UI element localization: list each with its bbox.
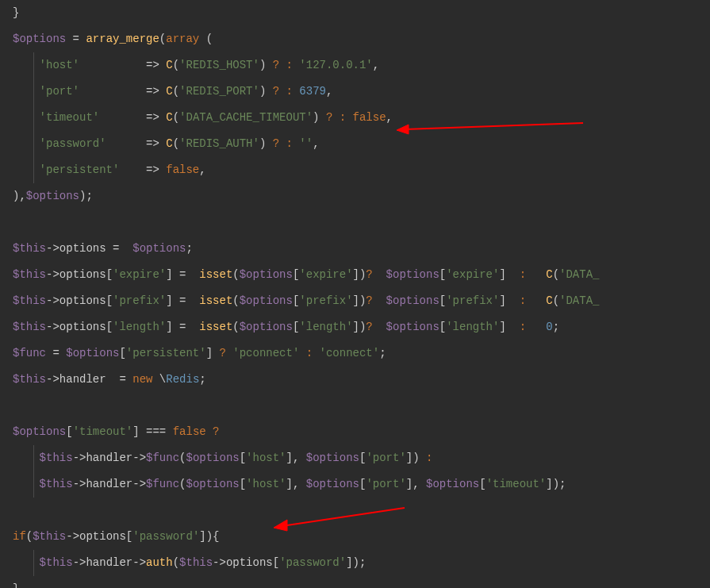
function: auth [146, 553, 173, 573]
code-line: 'host' => C('REDIS_HOST') ? : '127.0.0.1… [13, 52, 697, 79]
code-line: $func = $options['persistent'] ? 'pconne… [13, 340, 697, 367]
code-line: $this->options['prefix'] = isset($option… [13, 288, 697, 314]
paren: ( [199, 29, 213, 49]
code-line: $this->options['expire'] = isset($option… [13, 262, 697, 288]
code-line: $this->options['length'] = isset($option… [13, 314, 697, 340]
code-line: } [13, 0, 697, 26]
keyword: new [132, 370, 152, 390]
code-line: $this->handler = new \Redis; [13, 367, 697, 393]
string: 'host' [40, 56, 79, 75]
empty-line [13, 209, 697, 236]
code-line: $this->options = $options; [13, 236, 697, 262]
empty-line [13, 498, 697, 524]
code-line: 'password' => C('REDIS_AUTH') ? : '', [13, 131, 697, 157]
code-line: 'timeout' => C('DATA_CACHE_TIMEOUT') ? :… [13, 105, 697, 131]
code-line: if($this->options['password']){ [13, 524, 697, 550]
code-line: $this->handler->$func($options['host'], … [13, 471, 697, 498]
code-line: $options = array_merge(array ( [13, 26, 697, 52]
code-line: $options['timeout'] === false ? [13, 419, 697, 445]
ternary: ? : [266, 56, 299, 75]
paren: ( [159, 29, 166, 49]
arrow-op: => [146, 56, 166, 75]
keyword: if [13, 527, 26, 547]
code-line: $this->handler->$func($options['host'], … [13, 445, 697, 471]
operator: = [66, 29, 86, 49]
code-line: $this->handler->auth($this->options['pas… [13, 550, 697, 576]
code-line: 'persistent' => false, [13, 157, 697, 183]
function: array_merge [86, 29, 159, 49]
code-line: 'port' => C('REDIS_PORT') ? : 6379, [13, 79, 697, 105]
number: 6379 [299, 82, 326, 102]
string: 'REDIS_HOST' [179, 56, 259, 75]
function: C [166, 56, 172, 75]
code-line: } [13, 576, 697, 588]
indent-guide [33, 52, 34, 79]
string: '127.0.0.1' [299, 56, 372, 75]
boolean: false [353, 108, 386, 128]
class-name: Redis [166, 370, 199, 390]
variable: $options [13, 29, 66, 49]
brace: } [13, 3, 19, 23]
code-editor[interactable]: } $options = array_merge(array ( 'host' … [0, 0, 710, 588]
keyword: array [166, 29, 199, 49]
empty-line [13, 393, 697, 419]
code-line: ),$options); [13, 183, 697, 209]
